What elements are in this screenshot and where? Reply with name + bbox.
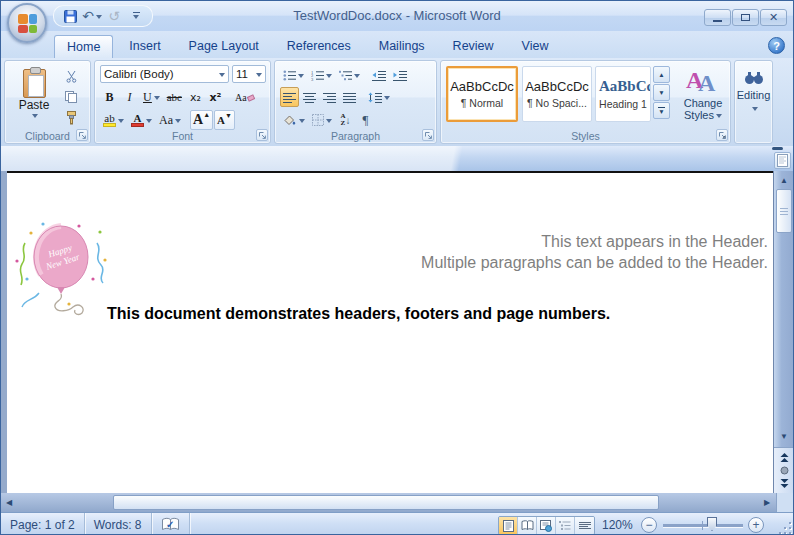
split-handle[interactable] — [772, 147, 783, 150]
ribbon-bottom-band — [1, 146, 793, 171]
change-styles-button[interactable]: AA Change Styles — [676, 64, 730, 138]
scroll-down-button[interactable]: ▼ — [775, 429, 793, 443]
paste-button[interactable]: Paste — [12, 66, 56, 130]
zoom-level[interactable]: 120% — [602, 518, 633, 532]
styles-scroll-up-button[interactable]: ▲ — [653, 66, 670, 83]
borders-button[interactable] — [309, 110, 335, 130]
copy-icon — [64, 90, 78, 104]
view-ruler-button[interactable] — [774, 152, 791, 169]
double-down-arrow-icon — [779, 478, 790, 489]
style-no-spacing[interactable]: AaBbCcDc ¶ No Spaci... — [522, 66, 592, 122]
word-count[interactable]: Words: 8 — [85, 513, 152, 535]
web-layout-view-button[interactable] — [537, 517, 556, 534]
bold-button[interactable]: B — [100, 87, 119, 107]
left-arrow-icon: ◀ — [6, 498, 12, 507]
horizontal-scroll-thumb[interactable] — [113, 495, 659, 510]
previous-page-button[interactable] — [779, 452, 790, 463]
zoom-out-button[interactable]: − — [641, 517, 657, 533]
style-normal[interactable]: AaBbCcDc ¶ Normal — [446, 66, 518, 122]
paragraph-dialog-launcher[interactable] — [422, 129, 434, 141]
help-button[interactable]: ? — [768, 37, 785, 54]
align-right-button[interactable] — [320, 87, 339, 107]
resize-grip[interactable] — [778, 521, 791, 534]
underline-button[interactable]: U — [140, 87, 163, 107]
cut-button[interactable] — [61, 66, 81, 86]
subscript-button[interactable]: x₂ — [186, 87, 205, 107]
styles-gallery-more-button[interactable]: ▼ — [653, 102, 670, 119]
editing-button[interactable]: Editing — [737, 64, 770, 138]
clipboard-dialog-launcher[interactable] — [76, 129, 88, 141]
balloon-clipart[interactable]: Happy New Year — [9, 217, 113, 317]
superscript-button[interactable]: x² — [206, 87, 225, 107]
zoom-slider-track[interactable] — [663, 524, 743, 527]
zoom-in-button[interactable]: + — [748, 517, 764, 533]
align-left-button[interactable] — [280, 87, 299, 107]
increase-indent-button[interactable] — [390, 65, 410, 85]
shrink-font-button[interactable]: A▼ — [214, 110, 235, 130]
tab-page-layout[interactable]: Page Layout — [177, 35, 271, 58]
change-case-button[interactable]: Aa — [156, 110, 184, 130]
show-hide-button[interactable]: ¶ — [356, 110, 375, 130]
italic-button[interactable]: I — [120, 87, 139, 107]
dialog-launcher-icon — [718, 131, 727, 140]
maximize-button[interactable] — [732, 9, 759, 26]
office-button[interactable] — [7, 3, 47, 43]
tab-view[interactable]: View — [510, 35, 561, 58]
proofing-status-button[interactable]: ✓ — [152, 513, 190, 535]
draft-view-button[interactable] — [575, 517, 594, 534]
justify-button[interactable] — [340, 87, 359, 107]
scrollbar-corner — [776, 493, 794, 512]
font-color-button[interactable]: A — [128, 110, 155, 130]
align-center-button[interactable] — [300, 87, 319, 107]
full-screen-reading-view-button[interactable] — [518, 517, 537, 534]
text-highlight-button[interactable]: ab — [100, 110, 127, 130]
horizontal-scrollbar[interactable]: ◀ ▶ — [1, 493, 776, 512]
sort-button[interactable]: AZ ↓ — [336, 110, 355, 130]
print-layout-view-button[interactable] — [499, 517, 518, 534]
tab-home[interactable]: Home — [54, 35, 113, 58]
undo-button[interactable]: ↶ — [82, 7, 102, 26]
tab-insert[interactable]: Insert — [117, 35, 172, 58]
plus-icon: + — [752, 519, 759, 531]
grow-font-button[interactable]: A▲ — [190, 110, 213, 130]
line-spacing-button[interactable] — [365, 87, 393, 107]
outline-view-button[interactable] — [556, 517, 575, 534]
select-browse-object-button[interactable] — [780, 466, 789, 475]
copy-button[interactable] — [61, 87, 81, 107]
close-button[interactable]: ✕ — [760, 9, 787, 26]
down-arrow-icon: ▼ — [658, 90, 664, 96]
vertical-scroll-thumb[interactable] — [776, 189, 792, 233]
grow-arrow-icon: ▲ — [203, 111, 210, 119]
format-painter-button[interactable] — [61, 108, 81, 128]
style-heading-1[interactable]: AaBbCc Heading 1 — [595, 66, 651, 122]
font-dialog-launcher[interactable] — [256, 129, 268, 141]
font-color-icon: A — [131, 114, 144, 127]
document-page[interactable]: Happy New Year This text appears in the … — [7, 171, 774, 493]
dialog-launcher-icon — [258, 131, 267, 140]
save-button[interactable] — [60, 7, 80, 26]
scroll-up-button[interactable]: ▲ — [775, 173, 793, 187]
styles-scroll-down-button[interactable]: ▼ — [653, 84, 670, 101]
next-page-button[interactable] — [779, 478, 790, 489]
document-body-text: This document demonstrates headers, foot… — [107, 305, 610, 323]
font-name-combo[interactable]: Calibri (Body) — [100, 65, 229, 83]
strikethrough-button[interactable]: abc — [164, 87, 185, 107]
clear-formatting-button[interactable]: Aa — [232, 87, 258, 107]
tab-mailings[interactable]: Mailings — [367, 35, 437, 58]
scroll-right-button[interactable]: ▶ — [760, 494, 774, 511]
word-window: ↶ ↺ TestWordDoc.docx - Microsoft Word ✕ … — [0, 0, 794, 535]
page-indicator[interactable]: Page: 1 of 2 — [1, 513, 85, 535]
tab-review[interactable]: Review — [441, 35, 506, 58]
scroll-left-button[interactable]: ◀ — [2, 494, 16, 511]
numbering-button[interactable]: 123 — [308, 65, 335, 85]
bullets-button[interactable] — [280, 65, 307, 85]
vertical-scrollbar[interactable]: ▲ ▼ — [773, 171, 793, 493]
decrease-indent-button[interactable] — [369, 65, 389, 85]
zoom-slider-thumb[interactable] — [707, 517, 717, 531]
shading-button[interactable] — [280, 110, 308, 130]
minimize-button[interactable] — [704, 9, 731, 26]
styles-dialog-launcher[interactable] — [716, 129, 728, 141]
font-size-combo[interactable]: 11 — [232, 65, 266, 83]
multilevel-list-button[interactable] — [336, 65, 363, 85]
tab-references[interactable]: References — [275, 35, 363, 58]
